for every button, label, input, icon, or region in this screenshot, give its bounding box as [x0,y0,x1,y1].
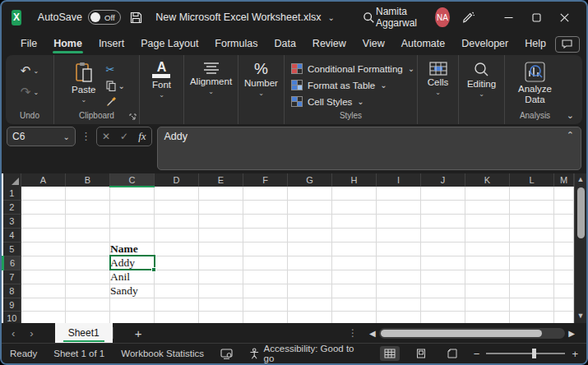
vertical-scrollbar[interactable]: ▲ ▼ [574,173,586,323]
comments-button[interactable] [555,36,580,53]
cell-D10[interactable] [155,312,199,323]
cell-D2[interactable] [155,201,199,215]
column-header-H[interactable]: H [332,173,377,187]
cell-B1[interactable] [66,187,110,201]
cell-J10[interactable] [421,312,465,323]
accessibility-checker-button[interactable]: Accessibility: Good to go [249,344,363,363]
cell-A2[interactable] [21,201,66,215]
cell-M9[interactable] [554,298,574,312]
cell-I6[interactable] [377,256,421,270]
cell-E7[interactable] [199,270,243,284]
cell-H5[interactable] [332,242,377,256]
undo-button[interactable]: ↶⌄ [21,63,39,78]
cell-H4[interactable] [332,228,377,242]
cell-E6[interactable] [199,256,243,270]
ribbon-tab-formulas[interactable]: Formulas [207,35,265,53]
row-header-2[interactable]: 2 [3,201,21,215]
cell-C7[interactable]: Anil [110,270,155,284]
cell-A8[interactable] [21,284,66,298]
cell-E2[interactable] [199,201,243,215]
cell-K10[interactable] [465,312,510,323]
cell-C2[interactable] [110,201,155,215]
cell-D8[interactable] [155,284,199,298]
cell-M2[interactable] [554,201,574,215]
scroll-right-icon[interactable]: ▶ [568,329,575,338]
cell-E9[interactable] [199,298,243,312]
cell-F10[interactable] [243,312,288,323]
cell-F6[interactable] [243,256,288,270]
cell-G9[interactable] [288,298,332,312]
column-header-B[interactable]: B [66,173,110,187]
cell-A5[interactable] [21,242,66,256]
cell-G5[interactable] [288,242,332,256]
column-header-A[interactable]: A [21,173,66,187]
next-sheet-button[interactable]: › [30,327,33,340]
cell-D5[interactable] [155,242,199,256]
column-header-F[interactable]: F [243,173,288,187]
cell-L7[interactable] [510,270,554,284]
ribbon-tab-home[interactable]: Home [46,35,90,53]
ribbon-tab-developer[interactable]: Developer [454,35,516,53]
row-header-8[interactable]: 8 [3,284,21,298]
page-layout-view-button[interactable] [411,346,431,361]
zoom-in-button[interactable]: + [572,348,578,360]
cell-J1[interactable] [421,187,465,201]
cell-L10[interactable] [510,312,554,323]
cell-L2[interactable] [510,201,554,215]
cell-L5[interactable] [510,242,554,256]
ribbon-tab-page-layout[interactable]: Page Layout [133,35,206,53]
cell-I4[interactable] [377,228,421,242]
user-avatar[interactable]: NA [435,7,449,27]
cell-L8[interactable] [510,284,554,298]
cell-H6[interactable] [332,256,377,270]
column-header-D[interactable]: D [155,173,199,187]
enter-button[interactable]: ✓ [120,131,128,142]
cell-E1[interactable] [199,187,243,201]
column-header-L[interactable]: L [510,173,554,187]
cell-K6[interactable] [465,256,510,270]
scroll-up-icon[interactable]: ▲ [577,175,585,185]
paste-button[interactable]: Paste ⌄ [67,60,100,105]
workbook-statistics-button[interactable]: Workbook Statistics [121,349,204,358]
cell-B8[interactable] [66,284,110,298]
cell-K4[interactable] [465,228,510,242]
scroll-down-icon[interactable]: ▼ [577,312,585,321]
pen-mode-button[interactable] [461,7,476,27]
cell-I9[interactable] [377,298,421,312]
cell-K3[interactable] [465,215,510,229]
name-box[interactable]: C6 ⌄ [7,127,76,146]
row-header-3[interactable]: 3 [3,215,21,229]
cell-C5[interactable]: Name [110,242,155,256]
ribbon-tab-data[interactable]: Data [266,35,303,53]
cell-B2[interactable] [66,201,110,215]
collapse-formula-bar-button[interactable]: ⌃ [567,130,574,141]
cell-J4[interactable] [421,228,465,242]
search-button[interactable] [363,7,376,27]
cell-F3[interactable] [243,215,288,229]
redo-button[interactable]: ↷⌄ [21,85,39,99]
cell-B9[interactable] [66,298,110,312]
collapse-ribbon-button[interactable]: ⌄ [567,110,574,121]
cell-D3[interactable] [155,215,199,229]
cell-F2[interactable] [243,201,288,215]
cell-H3[interactable] [332,215,377,229]
cell-A3[interactable] [21,215,66,229]
tab-bar-handle[interactable]: ⋮ [336,323,369,343]
cell-A1[interactable] [21,187,66,201]
cell-B3[interactable] [66,215,110,229]
zoom-slider[interactable] [486,353,565,354]
cancel-button[interactable]: ✕ [102,131,110,142]
row-header-5[interactable]: 5 [3,242,21,256]
format-painter-button[interactable] [104,95,118,108]
font-menu-button[interactable]: A Font ⌄ [147,60,176,100]
row-header-10[interactable]: 10 [3,312,21,323]
copy-button[interactable]: ⌄ [104,80,127,92]
cell-F8[interactable] [243,284,288,298]
cell-I2[interactable] [377,201,421,215]
column-header-G[interactable]: G [288,173,332,187]
cell-G3[interactable] [288,215,332,229]
cell-M5[interactable] [554,242,574,256]
cell-I5[interactable] [377,242,421,256]
fill-handle[interactable] [151,267,156,272]
column-header-M[interactable]: M [554,173,574,187]
